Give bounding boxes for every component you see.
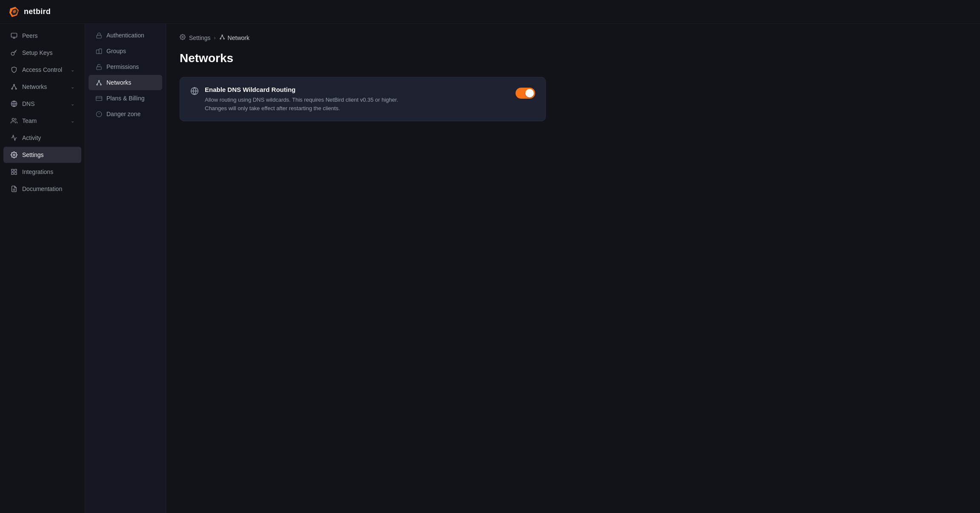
sidebar-label-documentation: Documentation: [22, 185, 75, 192]
chevron-networks: ⌄: [71, 84, 75, 90]
sidebar-label-networks: Networks: [22, 83, 66, 90]
svg-rect-17: [14, 169, 17, 171]
card-text: Enable DNS Wildcard Routing Allow routin…: [205, 86, 409, 112]
sidebar-label-access-control: Access Control: [22, 66, 66, 73]
sidebar-item-team[interactable]: Team ⌄: [3, 113, 81, 129]
svg-point-37: [221, 35, 222, 36]
sidebar-label-team: Team: [22, 117, 66, 124]
sidebar-label-activity: Activity: [22, 134, 75, 141]
chevron-access-control: ⌄: [71, 67, 75, 73]
sidebar-item-settings[interactable]: Settings: [3, 147, 81, 163]
globe-dns-icon: [190, 87, 199, 97]
middle-item-permissions[interactable]: Permissions: [89, 59, 162, 74]
sidebar-label-dns: DNS: [22, 100, 66, 107]
svg-line-29: [97, 81, 99, 84]
svg-rect-24: [99, 48, 101, 53]
middle-item-groups[interactable]: Groups: [89, 43, 162, 59]
settings-icon: [10, 151, 18, 159]
middle-label-danger-zone: Danger zone: [106, 111, 140, 117]
svg-line-11: [14, 86, 16, 88]
svg-point-27: [96, 84, 97, 85]
breadcrumb-separator: ›: [214, 35, 216, 41]
sidebar-item-dns[interactable]: DNS ⌄: [3, 96, 81, 112]
card-left: Enable DNS Wildcard Routing Allow routin…: [190, 86, 409, 112]
svg-rect-31: [96, 96, 102, 100]
chevron-dns: ⌄: [71, 101, 75, 107]
svg-point-38: [220, 38, 221, 39]
team-icon: [10, 117, 18, 125]
sidebar-middle: Authentication Groups Permissions: [85, 24, 166, 513]
docs-icon: [10, 185, 18, 193]
svg-point-15: [13, 154, 15, 156]
svg-point-8: [11, 88, 13, 89]
middle-item-networks[interactable]: Networks: [89, 75, 162, 90]
svg-point-39: [224, 38, 224, 39]
shield-icon: [10, 66, 18, 74]
svg-point-28: [100, 84, 101, 85]
lock-icon: [95, 32, 102, 39]
svg-rect-25: [96, 66, 101, 69]
network-bc-icon: [219, 34, 225, 41]
groups-icon: [95, 48, 102, 54]
svg-point-7: [14, 84, 15, 86]
middle-label-groups: Groups: [106, 48, 126, 54]
svg-rect-23: [96, 50, 99, 54]
toggle-knob: [525, 89, 534, 97]
monitor-icon: [10, 32, 18, 40]
middle-item-danger-zone[interactable]: Danger zone: [89, 106, 162, 122]
integrations-icon: [10, 168, 18, 176]
sidebar-label-settings: Settings: [22, 151, 75, 158]
gear-icon: [180, 34, 186, 41]
svg-point-9: [15, 88, 17, 89]
sidebar-item-documentation[interactable]: Documentation: [3, 181, 81, 197]
main-content: Settings › Network Networks: [166, 24, 980, 513]
chevron-team: ⌄: [71, 118, 75, 124]
middle-label-permissions: Permissions: [106, 63, 139, 70]
middle-label-plans-billing: Plans & Billing: [106, 95, 145, 102]
breadcrumb-network: Network: [228, 34, 249, 41]
logo[interactable]: netbird: [9, 6, 51, 18]
toggle-wrapper: [516, 88, 535, 99]
sidebar-item-activity[interactable]: Activity: [3, 130, 81, 146]
sidebar-left: Peers Setup Keys Access Control ⌄: [0, 24, 85, 513]
middle-label-authentication: Authentication: [106, 32, 144, 39]
network-sub-icon: [95, 79, 102, 86]
middle-item-authentication[interactable]: Authentication: [89, 28, 162, 43]
card-title: Enable DNS Wildcard Routing: [205, 86, 409, 93]
sidebar-item-peers[interactable]: Peers: [3, 28, 81, 44]
sidebar-item-access-control[interactable]: Access Control ⌄: [3, 62, 81, 78]
globe-icon: [10, 100, 18, 108]
sidebar-label-integrations: Integrations: [22, 168, 75, 175]
svg-line-30: [99, 81, 100, 84]
sidebar-label-setup-keys: Setup Keys: [22, 49, 75, 56]
card-description: Allow routing using DNS wildcards. This …: [205, 96, 409, 112]
svg-rect-16: [11, 169, 14, 171]
sidebar-item-integrations[interactable]: Integrations: [3, 164, 81, 180]
dns-wildcard-card: Enable DNS Wildcard Routing Allow routin…: [180, 77, 546, 121]
sidebar-item-networks[interactable]: Networks ⌄: [3, 79, 81, 95]
network-icon: [10, 83, 18, 91]
svg-rect-22: [96, 35, 101, 38]
logo-text: netbird: [24, 7, 51, 16]
svg-point-14: [12, 118, 14, 120]
breadcrumb: Settings › Network: [180, 34, 966, 41]
page-title: Networks: [180, 51, 966, 65]
svg-point-26: [98, 80, 100, 81]
breadcrumb-settings[interactable]: Settings: [189, 34, 211, 41]
svg-line-10: [12, 86, 14, 88]
svg-rect-18: [11, 172, 14, 174]
svg-point-6: [11, 52, 14, 55]
sidebar-label-peers: Peers: [22, 32, 75, 39]
activity-icon: [10, 134, 18, 142]
svg-line-41: [222, 36, 224, 38]
svg-point-36: [182, 36, 183, 38]
top-header: netbird: [0, 0, 980, 24]
permissions-icon: [95, 63, 102, 70]
middle-item-plans-billing[interactable]: Plans & Billing: [89, 91, 162, 106]
sidebar-item-setup-keys[interactable]: Setup Keys: [3, 45, 81, 61]
svg-rect-3: [11, 33, 17, 37]
breadcrumb-current: Network: [219, 34, 249, 41]
middle-label-networks: Networks: [106, 79, 131, 86]
dns-wildcard-toggle[interactable]: [516, 88, 535, 99]
danger-icon: [95, 111, 102, 117]
